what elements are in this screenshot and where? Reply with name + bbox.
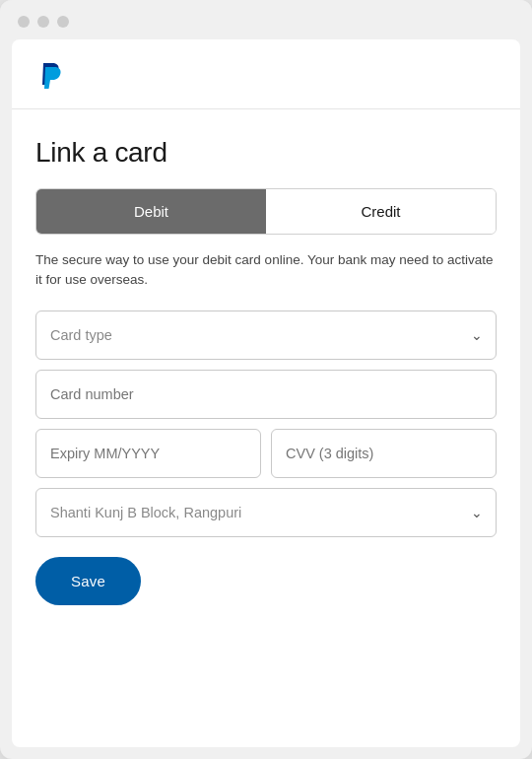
paypal-icon <box>35 59 67 91</box>
debit-description: The secure way to use your debit card on… <box>35 250 497 291</box>
form-area: Link a card Debit Credit The secure way … <box>12 109 520 637</box>
card-type-select[interactable]: Card type <box>35 310 497 360</box>
card-number-input[interactable] <box>35 370 497 419</box>
cvv-input[interactable] <box>271 429 497 478</box>
tab-debit[interactable]: Debit <box>36 189 266 234</box>
address-select[interactable]: Shanti Kunj B Block, Rangpuri <box>35 488 497 537</box>
traffic-light-minimize[interactable] <box>37 16 49 28</box>
traffic-light-close[interactable] <box>18 16 30 28</box>
tab-credit[interactable]: Credit <box>266 189 496 234</box>
paypal-logo <box>35 59 497 91</box>
traffic-light-maximize[interactable] <box>57 16 69 28</box>
card-type-wrapper: Card type ⌄ <box>35 310 497 360</box>
window-content: Link a card Debit Credit The secure way … <box>12 39 520 747</box>
title-bar <box>0 0 532 39</box>
save-button[interactable]: Save <box>35 557 141 605</box>
page-title: Link a card <box>35 137 497 169</box>
app-window: Link a card Debit Credit The secure way … <box>0 0 532 759</box>
field-group: Card type ⌄ Shanti Kunj B Block, Rangpur… <box>35 310 497 537</box>
card-type-tabs: Debit Credit <box>35 188 497 235</box>
expiry-input[interactable] <box>35 429 261 478</box>
address-wrapper: Shanti Kunj B Block, Rangpuri ⌄ <box>35 488 497 537</box>
expiry-cvv-row <box>35 429 497 478</box>
header <box>12 39 520 109</box>
